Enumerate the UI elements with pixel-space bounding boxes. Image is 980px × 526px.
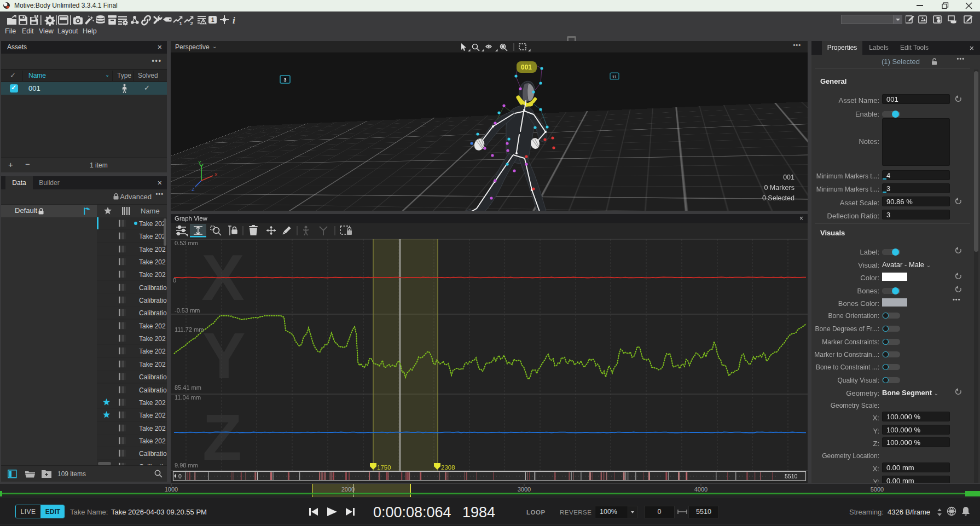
svg-text:X: X: [214, 172, 218, 177]
svg-text:11: 11: [612, 74, 617, 79]
svg-text:Z: Z: [192, 187, 195, 192]
svg-text:2000: 2000: [341, 486, 355, 493]
svg-text:11.04 mm: 11.04 mm: [175, 394, 201, 401]
svg-text:0: 0: [173, 277, 176, 284]
svg-text:1000: 1000: [165, 486, 178, 493]
svg-text:85.41 mm: 85.41 mm: [175, 384, 201, 391]
svg-text:9.98 mm: 9.98 mm: [175, 462, 198, 469]
svg-text:0: 0: [178, 473, 182, 479]
svg-text:0 Markers: 0 Markers: [764, 184, 795, 192]
svg-text:i: i: [233, 15, 235, 26]
svg-text:2308: 2308: [441, 464, 455, 471]
svg-text:001: 001: [521, 63, 532, 71]
svg-text:1: 1: [211, 17, 214, 23]
svg-text:001: 001: [783, 174, 795, 181]
svg-text:5510: 5510: [785, 473, 798, 479]
svg-text:5000: 5000: [871, 486, 884, 493]
svg-text:-0.53 mm: -0.53 mm: [175, 307, 200, 314]
svg-text:Y: Y: [198, 160, 201, 165]
svg-text:2: 2: [190, 20, 193, 26]
svg-text:Z: Z: [202, 401, 242, 473]
svg-text:1: 1: [179, 20, 183, 26]
svg-text:4000: 4000: [694, 486, 708, 493]
svg-text:Y: Y: [202, 320, 246, 392]
svg-text:0 Selected: 0 Selected: [762, 194, 795, 202]
svg-text:3: 3: [283, 77, 286, 83]
svg-text:0.53 mm: 0.53 mm: [175, 240, 198, 246]
svg-text:111.72 mm: 111.72 mm: [175, 326, 204, 333]
svg-text:3000: 3000: [518, 486, 531, 493]
svg-text:1750: 1750: [377, 464, 391, 471]
